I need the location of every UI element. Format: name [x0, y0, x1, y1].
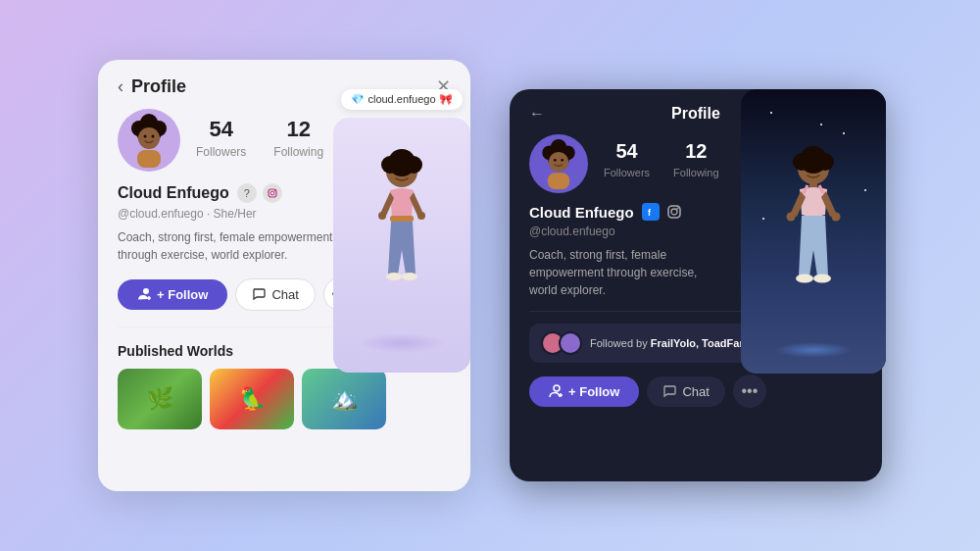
svg-point-31: [561, 159, 564, 162]
svg-point-7: [152, 135, 155, 138]
light-profile-card: ‹ Profile ✕: [98, 60, 470, 491]
back-button-dark[interactable]: ←: [529, 105, 545, 123]
more-dots-icon-dark: •••: [741, 382, 758, 400]
svg-point-44: [807, 168, 810, 172]
svg-point-35: [671, 209, 677, 215]
chat-button-dark[interactable]: Chat: [647, 376, 724, 407]
instagram-icon[interactable]: [263, 183, 282, 203]
header-left: ‹ Profile: [118, 76, 186, 97]
svg-point-36: [676, 208, 678, 210]
world-1-icon: 🌿: [118, 369, 202, 429]
svg-point-50: [832, 213, 841, 222]
profile-name: Cloud Enfuego: [118, 184, 229, 202]
dark-profile-card: ← Profile 54: [510, 89, 882, 481]
facebook-icon[interactable]: f: [642, 203, 660, 221]
followers-count: 54: [196, 117, 246, 142]
svg-rect-20: [390, 216, 414, 222]
svg-point-45: [816, 168, 820, 172]
svg-point-48: [813, 275, 831, 283]
followed-avatars: [541, 331, 582, 355]
social-icons-dark: f: [642, 203, 683, 221]
svg-point-24: [417, 212, 425, 220]
followers-count-dark: 54: [604, 140, 650, 163]
follow-button[interactable]: + Follow: [118, 279, 227, 310]
svg-point-21: [386, 273, 402, 280]
info-icon: ?: [237, 183, 257, 203]
followers-label: Followers: [196, 145, 246, 159]
profile-bio-dark: Coach, strong first, female empowerment …: [529, 246, 725, 299]
follow-label-dark: + Follow: [568, 384, 619, 399]
followed-names: FrailYolo, ToadFan: [651, 337, 746, 349]
platform-glow-dark: [774, 342, 853, 358]
svg-point-37: [554, 385, 560, 391]
avatar-dark: [529, 134, 588, 193]
back-button[interactable]: ‹: [118, 76, 123, 97]
following-label-dark: Following: [673, 167, 718, 178]
stats-row-dark: 54 Followers 12 Following: [604, 140, 719, 180]
avatar-platform-light: [358, 333, 446, 353]
following-stat-dark[interactable]: 12 Following: [673, 140, 718, 180]
avatar-3d-light: 💎 cloud.enfuego 🎀: [323, 89, 480, 403]
svg-point-29: [549, 152, 568, 172]
instagram-icon-dark[interactable]: [665, 203, 683, 221]
svg-point-23: [378, 212, 386, 220]
followed-avatar-2: [559, 331, 582, 355]
following-count-dark: 12: [673, 140, 718, 163]
followers-stat[interactable]: 54 Followers: [196, 117, 246, 160]
followers-stat-dark[interactable]: 54 Followers: [604, 140, 650, 180]
avatar: [118, 109, 180, 172]
svg-point-19: [405, 171, 409, 175]
world-thumb-1[interactable]: 🌿: [118, 369, 202, 429]
world-thumb-2[interactable]: 🦜: [210, 369, 294, 429]
chat-label: Chat: [271, 287, 298, 302]
card-title-dark: Profile: [671, 105, 720, 123]
svg-point-49: [787, 213, 796, 222]
follow-button-dark[interactable]: + Follow: [529, 376, 639, 407]
svg-point-6: [144, 135, 147, 138]
svg-point-10: [270, 191, 274, 195]
svg-point-22: [402, 273, 417, 280]
following-count: 12: [273, 117, 323, 142]
profile-bio: Coach, strong first, female empowerment …: [118, 228, 333, 264]
profile-name-dark: Cloud Enfuego: [529, 204, 634, 221]
world-2-icon: 🦜: [210, 369, 294, 429]
chat-label-dark: Chat: [682, 384, 709, 399]
svg-text:f: f: [648, 208, 652, 217]
svg-point-11: [274, 190, 275, 191]
chat-button[interactable]: Chat: [235, 278, 315, 311]
svg-point-47: [796, 275, 813, 283]
avatar-badge: 💎 cloud.enfuego 🎀: [341, 89, 462, 110]
svg-point-5: [138, 127, 160, 149]
avatar-3d-bg-light: [333, 118, 470, 373]
card-title-light: Profile: [131, 76, 186, 97]
following-stat[interactable]: 12 Following: [273, 117, 323, 160]
following-label: Following: [273, 145, 323, 159]
follow-label: + Follow: [157, 287, 208, 302]
avatar-3d-dark: [735, 89, 892, 383]
followers-label-dark: Followers: [604, 167, 650, 178]
svg-point-30: [554, 159, 557, 162]
svg-point-18: [395, 171, 399, 175]
svg-rect-8: [137, 150, 161, 168]
stats-row: 54 Followers 12 Following: [196, 117, 323, 160]
svg-rect-32: [548, 173, 569, 189]
worlds-title: Published Worlds: [118, 343, 233, 359]
social-icons: ?: [237, 183, 282, 203]
avatar-3d-bg-dark: [741, 89, 886, 374]
